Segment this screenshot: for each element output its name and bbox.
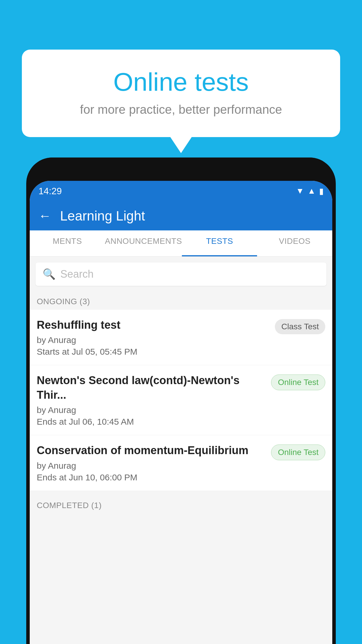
test-info: Newton's Second law(contd)-Newton's Thir… [37,373,266,427]
tab-tests[interactable]: TESTS [182,230,257,256]
test-item[interactable]: Conservation of momentum-Equilibrium by … [30,435,332,491]
signal-icon: ▲ [307,186,316,196]
test-author: by Anurag [37,335,270,345]
test-item[interactable]: Newton's Second law(contd)-Newton's Thir… [30,365,332,435]
test-info: Reshuffling test by Anurag Starts at Jul… [37,318,270,357]
test-info: Conservation of momentum-Equilibrium by … [37,443,266,482]
back-button[interactable]: ← [38,209,51,223]
test-author: by Anurag [37,461,266,471]
test-name: Conservation of momentum-Equilibrium [37,443,266,458]
phone-frame: 14:29 ▼ ▲ ▮ ← Learning Light MENTS ANNOU… [26,158,336,644]
badge-online-test: Online Test [271,374,325,390]
badge-online-test: Online Test [271,444,325,460]
phone-screen: 14:29 ▼ ▲ ▮ ← Learning Light MENTS ANNOU… [30,181,332,644]
search-icon: 🔍 [43,268,56,280]
wifi-icon: ▼ [296,186,304,196]
battery-icon: ▮ [319,186,324,196]
tab-announcements[interactable]: ANNOUNCEMENTS [105,230,182,256]
test-time: Ends at Jun 10, 06:00 PM [37,473,266,482]
tab-bar: MENTS ANNOUNCEMENTS TESTS VIDEOS [30,230,332,257]
status-icons: ▼ ▲ ▮ [296,186,324,196]
status-time: 14:29 [38,186,62,197]
tests-screen: 🔍 Search ONGOING (3) Reshuffling test by… [30,257,332,644]
test-list: Reshuffling test by Anurag Starts at Jul… [30,310,332,491]
app-header: ← Learning Light [30,201,332,230]
test-time: Starts at Jul 05, 05:45 PM [37,347,270,357]
tab-videos[interactable]: VIDEOS [257,230,332,256]
ongoing-section-label: ONGOING (3) [30,292,332,310]
test-author: by Anurag [37,405,266,415]
speech-bubble: Online tests for more practice, better p… [22,50,340,137]
bubble-subtitle: for more practice, better performance [45,103,317,117]
search-placeholder: Search [60,268,94,280]
test-name: Reshuffling test [37,318,270,332]
app-title: Learning Light [60,208,145,224]
phone-notch-area [26,158,336,181]
test-name: Newton's Second law(contd)-Newton's Thir… [37,373,266,402]
search-bar[interactable]: 🔍 Search [36,262,326,286]
status-bar: 14:29 ▼ ▲ ▮ [30,181,332,201]
tab-ments[interactable]: MENTS [30,230,105,256]
bubble-title: Online tests [45,67,317,97]
completed-section-label: COMPLETED (1) [30,496,332,514]
badge-class-test: Class Test [275,319,325,334]
test-item[interactable]: Reshuffling test by Anurag Starts at Jul… [30,310,332,365]
phone-notch [169,158,193,166]
test-time: Ends at Jul 06, 10:45 AM [37,417,266,427]
